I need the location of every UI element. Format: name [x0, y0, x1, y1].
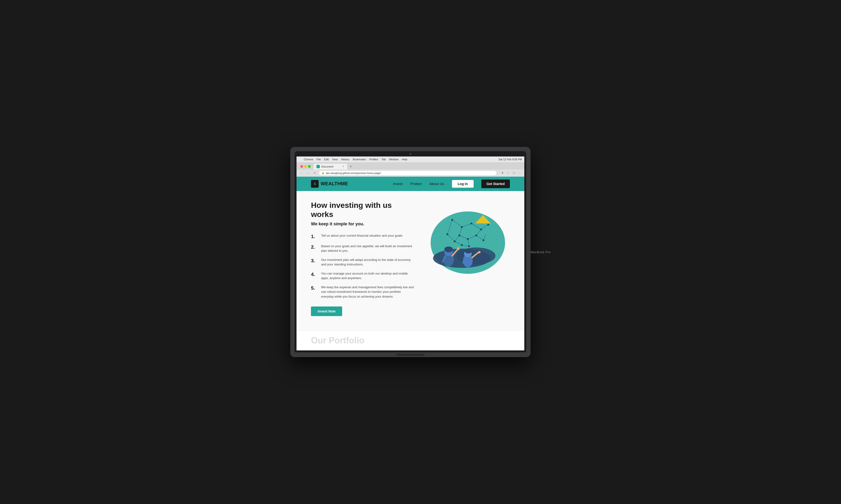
menu-window[interactable]: Window [389, 158, 398, 161]
nav-invest[interactable]: Invest [393, 182, 402, 186]
extensions-icon[interactable]: ⬡ [512, 171, 516, 175]
tab-bar: Document ✕ + [296, 162, 524, 169]
logo: $ WEALTHME [311, 180, 348, 188]
svg-point-21 [487, 224, 489, 226]
screen-bezel: Chrome File Edit View History Bookmarks … [295, 151, 526, 352]
bookmark-icon[interactable]: ☆ [506, 171, 510, 175]
svg-point-44 [478, 251, 481, 253]
traffic-lights [298, 164, 313, 169]
address-text: tan-xianglong.github.io/responsive-home-… [326, 172, 381, 175]
macos-datetime: Sat 12 Feb 9:56 PM [498, 158, 522, 161]
step-5-number: 5. [311, 285, 317, 291]
new-tab-button[interactable]: + [348, 164, 353, 169]
back-button[interactable]: ← [299, 170, 304, 176]
site-nav: $ WEALTHME Invest Protect About Us Log I… [296, 177, 524, 191]
svg-point-40 [464, 249, 472, 253]
hero-title: How investing with us works [311, 201, 414, 219]
peek-title: Our Portfolio [311, 336, 510, 346]
invest-now-button[interactable]: Invest Now [311, 306, 342, 316]
svg-point-43 [457, 247, 460, 250]
macbook-frame: Chrome File Edit View History Bookmarks … [290, 147, 531, 357]
logo-icon: $ [311, 180, 319, 188]
reload-button[interactable]: ↻ [312, 170, 317, 176]
step-3: 3. Our investment plan will adapt accord… [311, 257, 414, 267]
step-1: 1. Tell us about your current financial … [311, 233, 414, 239]
svg-point-23 [467, 238, 469, 240]
menu-help[interactable]: Help [402, 158, 408, 161]
step-4: 4. You can manage your account on both o… [311, 271, 414, 281]
step-1-number: 1. [311, 233, 317, 239]
step-4-number: 4. [311, 271, 317, 277]
browser-tab[interactable]: Document ✕ [313, 164, 347, 169]
svg-point-24 [475, 234, 477, 236]
macos-menubar: Chrome File Edit View History Bookmarks … [296, 157, 524, 162]
menu-chrome[interactable]: Chrome [304, 158, 313, 161]
svg-point-35 [444, 247, 453, 252]
svg-point-20 [480, 229, 482, 230]
menu-file[interactable]: File [316, 158, 321, 161]
forward-button[interactable]: → [306, 170, 310, 176]
svg-point-28 [468, 245, 470, 247]
step-5: 5. We keep the expense and management fe… [311, 285, 414, 299]
step-4-text: You can manage your account on both our … [321, 271, 414, 281]
maximize-button[interactable] [308, 165, 311, 168]
nav-about[interactable]: About Us [429, 182, 444, 186]
hero-illustration [423, 201, 510, 282]
login-button[interactable]: Log In [452, 180, 474, 188]
tab-title: Document [321, 165, 333, 168]
get-started-button[interactable]: Get Started [481, 180, 510, 188]
svg-point-27 [446, 233, 448, 235]
bottom-peek: Our Portfolio [296, 330, 524, 350]
step-2: 2. Based on your goals and risk appetite… [311, 244, 414, 253]
tab-close-button[interactable]: ✕ [342, 165, 344, 168]
step-2-text: Based on your goals and risk appetite, w… [321, 244, 414, 253]
minimize-button[interactable] [304, 165, 307, 168]
menu-view[interactable]: View [332, 158, 338, 161]
menu-bookmarks[interactable]: Bookmarks [353, 158, 366, 161]
step-2-number: 2. [311, 244, 317, 250]
hero-content: How investing with us works We keep it s… [311, 201, 414, 316]
lock-icon: 🔒 [322, 172, 324, 174]
menu-tab[interactable]: Tab [381, 158, 386, 161]
menu-icon[interactable]: ⋯ [518, 171, 522, 175]
website-content: $ WEALTHME Invest Protect About Us Log I… [296, 177, 524, 350]
share-icon[interactable]: ⬆ [500, 171, 504, 175]
svg-point-25 [454, 240, 456, 242]
macos-menus: Chrome File Edit View History Bookmarks … [304, 158, 407, 161]
hero-subtitle: We keep it simple for you. [311, 221, 414, 227]
svg-point-26 [482, 239, 484, 241]
menu-profiles[interactable]: Profiles [369, 158, 378, 161]
close-button[interactable] [301, 165, 303, 168]
svg-point-19 [470, 222, 473, 224]
macbook-label: MacBook Pro [531, 250, 551, 254]
svg-point-22 [459, 234, 460, 236]
step-3-text: Our investment plan will adapt according… [321, 257, 414, 267]
nav-links: Invest Protect About Us Log In Get Start… [393, 180, 510, 188]
address-bar-row: ← → ↻ 🔒 tan-xianglong.github.io/responsi… [296, 169, 524, 177]
tab-favicon [316, 165, 320, 168]
browser-actions: ⬆ ☆ ⬡ ⋯ [500, 171, 522, 175]
svg-point-29 [461, 244, 463, 246]
svg-point-17 [451, 219, 453, 221]
camera [409, 153, 411, 155]
step-5-text: We keep the expense and management fees … [321, 285, 414, 299]
step-1-text: Tell us about your current financial sit… [321, 233, 403, 238]
hero-section: How investing with us works We keep it s… [296, 191, 524, 330]
macbook-notch [396, 354, 425, 356]
browser-chrome: Document ✕ + ← → ↻ 🔒 tan-xianglong.githu… [296, 162, 524, 177]
step-3-number: 3. [311, 257, 317, 264]
steps-list: 1. Tell us about your current financial … [311, 233, 414, 299]
nav-protect[interactable]: Protect [410, 182, 422, 186]
logo-text: WEALTHME [321, 181, 348, 186]
menu-history[interactable]: History [341, 158, 349, 161]
svg-point-18 [461, 226, 463, 228]
menu-edit[interactable]: Edit [324, 158, 329, 161]
address-input[interactable]: 🔒 tan-xianglong.github.io/responsive-hom… [319, 171, 496, 175]
illustration-svg [423, 201, 510, 282]
macbook-bottom [295, 352, 526, 357]
